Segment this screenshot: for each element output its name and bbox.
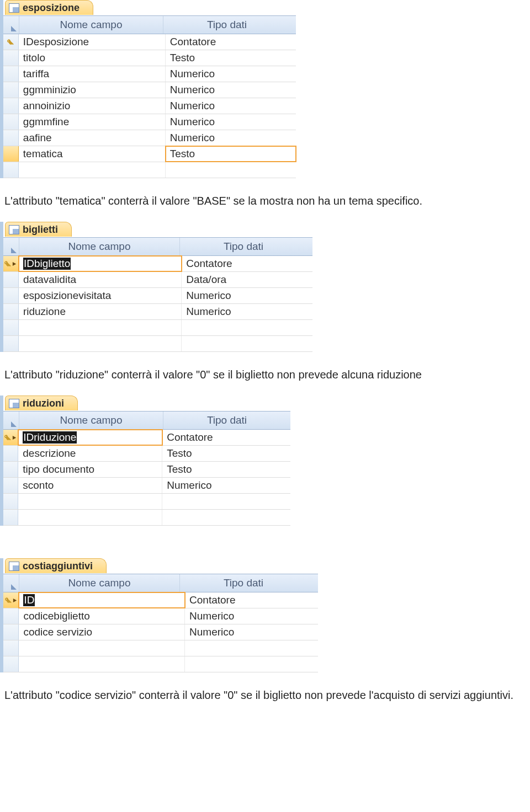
field-type[interactable]: Numerico [185, 624, 318, 640]
row-selector[interactable] [3, 462, 18, 477]
field-type[interactable]: Testo [162, 446, 290, 461]
table-row-empty[interactable] [3, 336, 312, 352]
tab-esposizione[interactable]: esposizione [5, 0, 93, 15]
field-name[interactable]: esposizionevisitata [19, 288, 182, 303]
table-row[interactable]: codice servizio Numerico [3, 624, 318, 640]
table-row[interactable]: aafine Numerico [3, 130, 296, 146]
field-name[interactable]: ggmmfine [19, 114, 166, 130]
field-name[interactable]: riduzione [19, 304, 182, 319]
table-row[interactable]: riduzione Numerico [3, 304, 312, 320]
col-header-name[interactable]: Nome campo [19, 574, 180, 592]
table-row[interactable]: IDesposizione Contatore [3, 34, 296, 50]
row-selector[interactable] [3, 446, 18, 461]
field-name[interactable]: ggmminizio [19, 82, 166, 98]
row-selector-header[interactable] [3, 412, 19, 429]
row-selector[interactable] [3, 430, 18, 445]
field-type[interactable]: Numerico [166, 66, 296, 82]
field-type[interactable]: Numerico [182, 304, 312, 319]
field-name[interactable]: tariffa [19, 66, 166, 82]
field-name[interactable]: datavalidita [19, 272, 182, 287]
row-selector[interactable] [3, 162, 19, 178]
field-name[interactable]: descrizione [18, 446, 162, 461]
field-type[interactable]: Numerico [182, 288, 312, 303]
table-row[interactable]: datavalidita Data/ora [3, 272, 312, 288]
field-name[interactable]: codice servizio [19, 624, 185, 640]
field-type[interactable]: Numerico [166, 130, 296, 146]
table-row[interactable]: annoinizio Numerico [3, 98, 296, 114]
field-type[interactable]: Data/ora [182, 272, 312, 287]
row-selector[interactable] [3, 320, 19, 335]
field-type[interactable]: Testo [166, 50, 296, 66]
field-type[interactable]: Contatore [185, 592, 318, 608]
tab-biglietti[interactable]: biglietti [5, 222, 72, 237]
table-row[interactable]: tipo documento Testo [3, 462, 290, 478]
table-row[interactable]: IDriduzione Contatore [3, 430, 290, 446]
row-selector[interactable] [3, 592, 19, 608]
table-row[interactable]: tematica Testo [3, 146, 296, 162]
row-selector[interactable] [3, 656, 19, 672]
row-selector[interactable] [3, 510, 18, 525]
tab-riduzioni[interactable]: riduzioni [5, 396, 78, 410]
row-selector[interactable] [3, 66, 19, 82]
row-selector[interactable] [3, 272, 19, 287]
field-name[interactable]: tipo documento [18, 462, 162, 477]
table-row-empty[interactable] [3, 162, 296, 178]
table-row-empty[interactable] [3, 640, 318, 656]
col-header-name[interactable]: Nome campo [19, 16, 163, 34]
field-type[interactable]: Contatore [162, 430, 290, 445]
row-selector[interactable] [3, 130, 19, 146]
field-name[interactable]: IDesposizione [19, 34, 166, 50]
table-row[interactable]: ggmminizio Numerico [3, 82, 296, 98]
field-type[interactable]: Numerico [185, 608, 318, 624]
field-type[interactable]: Numerico [166, 114, 296, 130]
field-name[interactable]: annoinizio [19, 98, 166, 114]
col-header-name[interactable]: Nome campo [19, 412, 163, 429]
row-selector[interactable] [3, 494, 18, 509]
field-name[interactable]: codicebiglietto [19, 608, 185, 624]
field-name[interactable]: sconto [18, 478, 162, 493]
field-type[interactable]: Numerico [162, 478, 290, 493]
table-row-empty[interactable] [3, 494, 290, 510]
field-name[interactable]: IDbiglietto [19, 256, 182, 271]
field-name[interactable]: ID [19, 592, 185, 608]
col-header-type[interactable]: Tipo dati [163, 16, 290, 34]
row-selector[interactable] [3, 624, 19, 640]
row-selector[interactable] [3, 146, 19, 162]
table-row[interactable]: codicebiglietto Numerico [3, 608, 318, 624]
table-row[interactable]: descrizione Testo [3, 446, 290, 462]
field-name[interactable]: aafine [19, 130, 166, 146]
table-row-empty[interactable] [3, 656, 318, 672]
row-selector[interactable] [3, 304, 19, 319]
table-row-empty[interactable] [3, 510, 290, 526]
row-selector[interactable] [3, 98, 19, 114]
row-selector[interactable] [3, 82, 19, 98]
row-selector[interactable] [3, 336, 19, 351]
field-type[interactable]: Contatore [182, 256, 312, 271]
field-type[interactable]: Testo [166, 146, 296, 162]
row-selector[interactable] [3, 114, 19, 130]
field-type[interactable]: Numerico [166, 98, 296, 114]
row-selector-header[interactable] [3, 574, 19, 592]
row-selector[interactable] [3, 256, 19, 271]
field-type[interactable]: Testo [162, 462, 290, 477]
row-selector[interactable] [3, 640, 19, 656]
row-selector[interactable] [3, 50, 19, 66]
row-selector[interactable] [3, 34, 19, 50]
table-row[interactable]: IDbiglietto Contatore [3, 256, 312, 272]
field-name[interactable]: IDriduzione [18, 430, 162, 445]
row-selector[interactable] [3, 288, 19, 303]
row-selector[interactable] [3, 608, 19, 624]
table-row[interactable]: ID Contatore [3, 592, 318, 608]
tab-costiaggiuntivi[interactable]: costiaggiuntivi [5, 558, 107, 573]
field-type[interactable] [166, 162, 296, 178]
field-name[interactable]: titolo [19, 50, 166, 66]
table-row[interactable]: titolo Testo [3, 50, 296, 66]
table-row[interactable]: esposizionevisitata Numerico [3, 288, 312, 304]
row-selector-header[interactable] [3, 16, 19, 34]
col-header-name[interactable]: Nome campo [19, 238, 180, 255]
row-selector-header[interactable] [3, 238, 19, 255]
table-row-empty[interactable] [3, 320, 312, 336]
table-row[interactable]: sconto Numerico [3, 478, 290, 494]
field-name[interactable]: tematica [19, 146, 166, 162]
field-name[interactable] [19, 162, 166, 178]
